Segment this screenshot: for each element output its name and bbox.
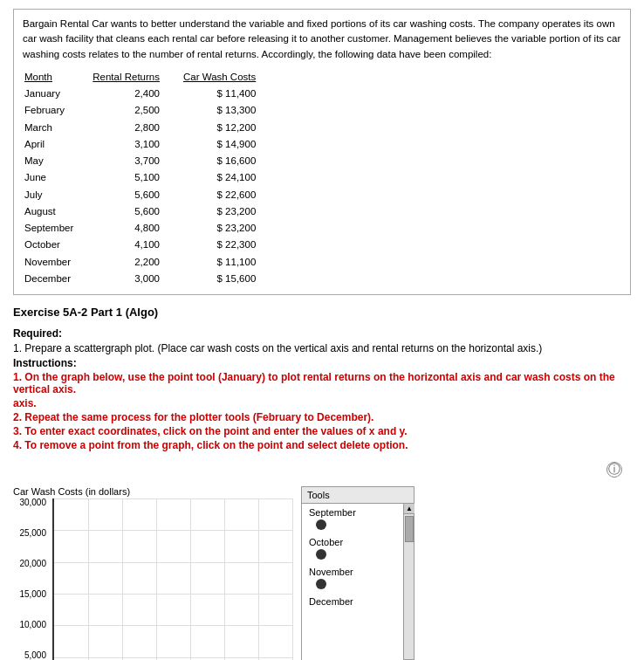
- table-cell: January: [23, 86, 91, 102]
- tool-label-november: November: [309, 567, 353, 577]
- table-row: November2,200$ 11,100: [23, 254, 273, 271]
- tool-label-september: September: [309, 507, 356, 518]
- step-1b: axis.: [13, 397, 631, 409]
- table-cell: 3,000: [91, 271, 182, 287]
- table-cell: 5,600: [91, 187, 182, 203]
- grid-h-2: [54, 562, 292, 563]
- table-cell: November: [23, 254, 91, 271]
- tools-scroll-area[interactable]: September October November: [302, 504, 405, 660]
- table-cell: 4,100: [91, 237, 182, 253]
- table-row: February2,500$ 13,300: [23, 102, 273, 119]
- y-label-30000: 30,000: [19, 498, 46, 507]
- table-cell: December: [23, 271, 91, 287]
- table-row: April3,100$ 14,900: [23, 136, 273, 153]
- grid-v-7: [292, 498, 293, 660]
- col-month: Month: [23, 69, 91, 86]
- tool-dot-november[interactable]: [316, 579, 326, 589]
- tool-dot-october[interactable]: [316, 549, 326, 560]
- tool-item-september[interactable]: September: [302, 504, 405, 533]
- table-row: October4,100$ 22,300: [23, 237, 273, 253]
- intro-box: Bargain Rental Car wants to better under…: [13, 9, 631, 295]
- table-cell: 4,800: [91, 220, 182, 237]
- table-row: December3,000$ 15,600: [23, 271, 273, 287]
- table-cell: 2,500: [91, 102, 182, 119]
- y-label-15000: 15,000: [19, 590, 46, 599]
- table-row: July5,600$ 22,600: [23, 187, 273, 203]
- exercise-title: Exercise 5A-2 Part 1 (Algo): [13, 306, 631, 319]
- table-cell: $ 13,300: [182, 102, 273, 119]
- table-cell: 2,200: [91, 254, 182, 271]
- table-cell: $ 11,100: [182, 254, 273, 271]
- grid-h-1: [54, 530, 292, 531]
- table-cell: $ 23,200: [182, 203, 273, 220]
- table-cell: $ 15,600: [182, 271, 273, 287]
- grid-v-2: [122, 498, 123, 660]
- table-cell: 2,800: [91, 120, 182, 136]
- y-label-20000: 20,000: [19, 560, 46, 568]
- tool-label-december: December: [309, 596, 353, 607]
- y-label-5000: 5,000: [24, 651, 46, 660]
- grid-v-4: [190, 498, 191, 660]
- info-icon[interactable]: ⓘ: [606, 462, 622, 478]
- grid-h-5: [54, 657, 292, 658]
- instructions-label: Instructions:: [13, 357, 631, 369]
- step-4: 4. To remove a point from the graph, cli…: [13, 439, 631, 451]
- table-cell: March: [23, 120, 91, 136]
- tools-scroll-wrapper: September October November: [302, 504, 414, 660]
- tools-scrollbar[interactable]: ▲ ▼: [403, 504, 414, 660]
- table-header-row: Month Rental Returns Car Wash Costs: [23, 69, 273, 86]
- tool-item-november[interactable]: November: [302, 563, 405, 593]
- step-2: 2. Repeat the same process for the plott…: [13, 411, 631, 423]
- table-row: September4,800$ 23,200: [23, 220, 273, 237]
- table-cell: $ 22,300: [182, 237, 273, 253]
- scrollbar-up[interactable]: ▲: [404, 504, 414, 514]
- table-cell: 5,600: [91, 203, 182, 220]
- y-axis-labels: 30,000 25,000 20,000 15,000 10,000 5,000…: [13, 498, 50, 660]
- table-row: January2,400$ 11,400: [23, 86, 273, 102]
- grid-v-1: [88, 498, 89, 660]
- table-cell: 3,700: [91, 153, 182, 169]
- grid-v-3: [156, 498, 157, 660]
- table-cell: April: [23, 136, 91, 153]
- tool-dot-september[interactable]: [316, 519, 326, 530]
- required-label: Required:: [13, 327, 631, 340]
- grid-h-4: [54, 625, 292, 626]
- table-cell: $ 16,600: [182, 153, 273, 169]
- table-cell: 2,400: [91, 86, 182, 102]
- chart-title: Car Wash Costs (in dollars): [13, 486, 292, 497]
- table-cell: $ 23,200: [182, 220, 273, 237]
- table-cell: June: [23, 169, 91, 186]
- tools-panel: Tools September October November: [301, 486, 414, 660]
- intro-text: Bargain Rental Car wants to better under…: [23, 17, 621, 62]
- table-cell: July: [23, 187, 91, 203]
- data-table: Month Rental Returns Car Wash Costs Janu…: [23, 69, 273, 287]
- table-cell: $ 11,400: [182, 86, 273, 102]
- tool-item-december[interactable]: December: [302, 593, 405, 610]
- table-row: August5,600$ 23,200: [23, 203, 273, 220]
- grid-v-6: [258, 498, 259, 660]
- tool-item-october[interactable]: October: [302, 533, 405, 563]
- grid-v-5: [224, 498, 225, 660]
- y-label-25000: 25,000: [19, 529, 46, 538]
- table-cell: $ 14,900: [182, 136, 273, 153]
- table-cell: $ 24,100: [182, 169, 273, 186]
- table-cell: 5,100: [91, 169, 182, 186]
- step-1: 1. On the graph below, use the point too…: [13, 371, 631, 395]
- table-row: May3,700$ 16,600: [23, 153, 273, 169]
- tool-label-october: October: [309, 537, 343, 547]
- y-label-10000: 10,000: [19, 621, 46, 629]
- table-cell: 3,100: [91, 136, 182, 153]
- chart-box[interactable]: [52, 498, 292, 660]
- instructions-section: Required: 1. Prepare a scattergraph plot…: [13, 327, 631, 451]
- tools-header: Tools: [302, 487, 414, 504]
- col-carwash: Car Wash Costs: [182, 69, 273, 86]
- step-3: 3. To enter exact coordinates, click on …: [13, 425, 631, 437]
- grid-h-0: [54, 498, 292, 499]
- instruction-prepare: 1. Prepare a scattergraph plot. (Place c…: [13, 342, 631, 354]
- col-rental: Rental Returns: [91, 69, 182, 86]
- scrollbar-thumb[interactable]: [405, 516, 414, 542]
- table-row: June5,100$ 24,100: [23, 169, 273, 186]
- table-cell: October: [23, 237, 91, 253]
- chart-container: Car Wash Costs (in dollars) 30,000 25,00…: [13, 486, 292, 660]
- table-cell: $ 12,200: [182, 120, 273, 136]
